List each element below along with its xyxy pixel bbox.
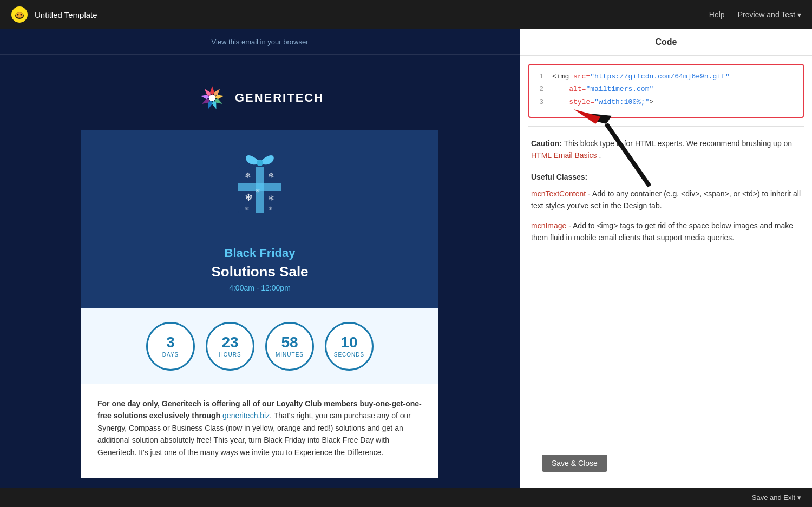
code-panel: Code 1 <img src="https://gifcdn.com/64mj…: [520, 29, 812, 488]
event-title: Black Friday: [92, 246, 428, 260]
svg-text:❄: ❄: [268, 171, 274, 180]
event-subtitle: Solutions Sale: [92, 264, 428, 280]
line-number-2: 2: [535, 83, 543, 95]
svg-text:❄: ❄: [245, 171, 251, 180]
email-header: GENERITECH: [81, 65, 438, 130]
svg-text:❄: ❄: [256, 188, 260, 194]
bottom-bar: Save and Exit ▾: [0, 488, 812, 507]
countdown-hours: 23 HOURS: [206, 322, 254, 371]
mcn-text-content-link[interactable]: mcnTextContent: [531, 189, 586, 198]
gift-box-icon: ❄ ❄ ❄ ❄ ❄ ❄ ❄: [217, 147, 303, 233]
save-close-button[interactable]: Save & Close: [542, 455, 607, 472]
svg-text:❄: ❄: [245, 192, 253, 203]
useful-classes-title: Useful Classes:: [531, 173, 801, 181]
view-browser-link[interactable]: View this email in your browser: [212, 38, 309, 46]
code-line-1: 1 <img src="https://gifcdn.com/64mj6e9n.…: [535, 70, 797, 83]
template-title: Untitled Template: [35, 10, 97, 19]
caution-paragraph: Caution: This block type is for HTML exp…: [531, 137, 801, 162]
countdown-seconds: 10 SECONDS: [325, 322, 374, 371]
body-link[interactable]: generitech.biz: [222, 411, 270, 420]
svg-point-5: [209, 95, 215, 101]
code-editor[interactable]: 1 <img src="https://gifcdn.com/64mj6e9n.…: [528, 64, 804, 118]
svg-point-3: [17, 14, 19, 16]
help-link[interactable]: Help: [709, 10, 725, 19]
email-body: For one day only, Generitech is offering…: [81, 384, 438, 478]
email-hero: ❄ ❄ ❄ ❄ ❄ ❄ ❄ Black Friday Solutions Sal…: [81, 130, 438, 308]
info-section: Caution: This block type is for HTML exp…: [520, 127, 812, 446]
mailchimp-logo-icon: [11, 6, 28, 23]
class-item-mcnimage: mcnImage - Add to <img> tags to get rid …: [531, 220, 801, 244]
countdown-minutes: 58 MINUTES: [265, 322, 314, 371]
generitech-logo-icon: [196, 82, 228, 114]
countdown-section: 3 DAYS 23 HOURS 58 MINUTES: [81, 308, 438, 384]
nav-right: Help Preview and Test ▾: [709, 10, 801, 19]
nav-left: Untitled Template: [11, 6, 97, 23]
svg-text:❄: ❄: [245, 206, 249, 212]
svg-text:❄: ❄: [268, 194, 274, 202]
save-close-area: Save & Close: [520, 446, 812, 488]
svg-point-4: [21, 14, 22, 16]
code-line-3: 3 style="width:100%;">: [535, 96, 797, 108]
line-number-3: 3: [535, 96, 543, 108]
svg-point-6: [257, 160, 263, 166]
line-number-1: 1: [535, 70, 543, 83]
svg-rect-9: [238, 183, 281, 191]
main-layout: View this email in your browser: [0, 29, 812, 488]
countdown-days: 3 DAYS: [146, 322, 195, 371]
gift-box-area: ❄ ❄ ❄ ❄ ❄ ❄ ❄: [92, 147, 428, 235]
save-exit-button[interactable]: Save and Exit ▾: [752, 493, 801, 502]
event-time: 4:00am - 12:00pm: [92, 284, 428, 292]
email-container: GENERITECH: [81, 65, 438, 478]
top-nav: Untitled Template Help Preview and Test …: [0, 0, 812, 29]
svg-text:❄: ❄: [268, 206, 272, 212]
class-item-mcntextcontent: mcnTextContent - Add to any container (e…: [531, 188, 801, 212]
logo-area: GENERITECH: [196, 82, 324, 114]
view-browser-bar: View this email in your browser: [0, 29, 520, 55]
body-paragraph: For one day only, Generitech is offering…: [97, 398, 422, 458]
caution-label: Caution:: [531, 139, 562, 148]
mcn-image-link[interactable]: mcnImage: [531, 221, 566, 230]
email-preview-panel: View this email in your browser: [0, 29, 520, 488]
html-email-basics-link[interactable]: HTML Email Basics: [531, 151, 597, 160]
preview-test-button[interactable]: Preview and Test ▾: [738, 10, 801, 19]
logo-text: GENERITECH: [235, 91, 324, 105]
code-line-2: 2 alt="mailtimers.com": [535, 83, 797, 95]
code-panel-header: Code: [520, 29, 812, 56]
